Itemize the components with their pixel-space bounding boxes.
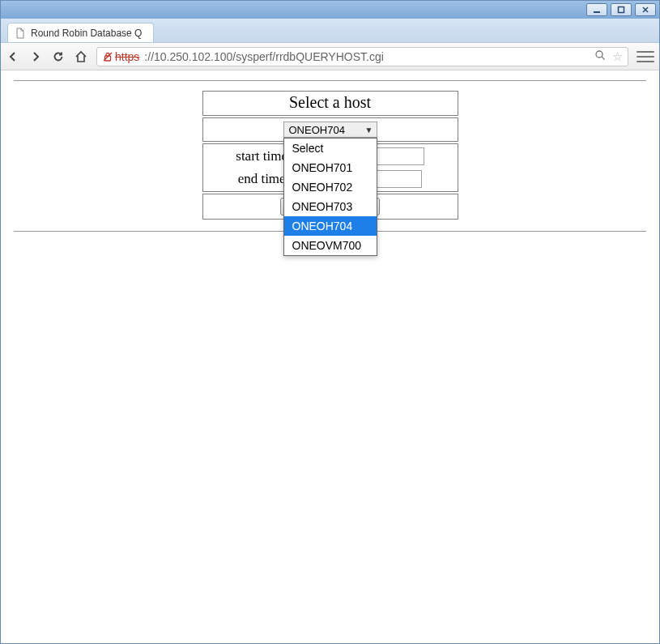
reload-button[interactable] [51,49,66,64]
host-option[interactable]: ONEOH701 [284,158,377,177]
host-select[interactable]: ONEOH704 ▼ [283,122,377,138]
window-minimize-button[interactable] [586,3,607,16]
host-option[interactable]: ONEOH703 [284,197,377,216]
svg-point-3 [596,51,603,58]
host-option[interactable]: ONEOVM700 [284,236,377,255]
svg-rect-0 [594,11,600,13]
svg-rect-1 [619,7,624,13]
tab-title: Round Robin Database Q [31,28,142,39]
browser-toolbar: https ://10.250.102.100/sysperf/rrdbQUER… [1,43,659,70]
host-select-dropdown[interactable]: SelectONEOH701ONEOH702ONEOH703ONEOH704ON… [283,138,377,256]
window-maximize-button[interactable] [611,3,632,16]
tab-strip: Round Robin Database Q [1,19,659,43]
ssl-warning-icon: https [102,50,139,63]
url-scheme: https [115,50,139,63]
browser-window: Round Robin Database Q https ://10.250.1… [0,0,660,644]
host-option[interactable]: Select [284,139,377,158]
bookmark-star-icon[interactable]: ☆ [612,49,623,64]
top-rule [14,80,646,81]
form-title: Select a host [202,91,458,116]
browser-tab[interactable]: Round Robin Database Q [7,23,154,42]
chevron-down-icon: ▼ [365,126,373,134]
menu-button[interactable] [637,49,654,64]
window-titlebar [1,1,659,19]
window-close-button[interactable] [635,3,656,16]
back-button[interactable] [6,49,20,64]
end-time-label: end time: [238,171,290,187]
host-select-value: ONEOH704 [289,124,345,136]
forward-button[interactable] [28,49,43,64]
file-icon [15,28,26,39]
host-option[interactable]: ONEOH704 [284,216,377,236]
host-option[interactable]: ONEOH702 [284,177,377,197]
address-bar[interactable]: https ://10.250.102.100/sysperf/rrdbQUER… [96,47,628,66]
home-button[interactable] [74,49,88,64]
page-content: Select a host ONEOH704 ▼ start time: end… [1,70,659,643]
zoom-icon[interactable] [593,49,607,63]
url-text: ://10.250.102.100/sysperf/rrdbQUERYHOST.… [144,50,383,63]
